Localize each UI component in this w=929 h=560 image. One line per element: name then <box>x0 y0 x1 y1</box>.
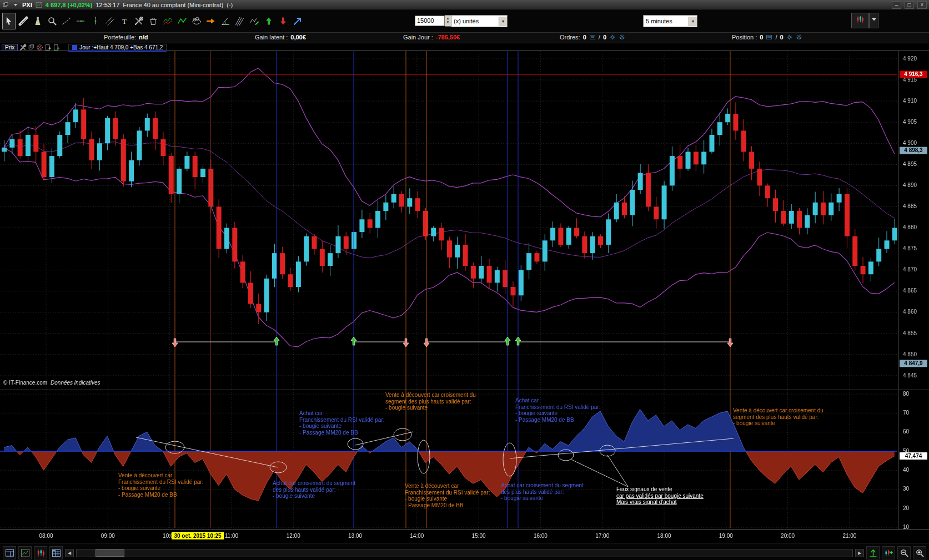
pattern-tool[interactable] <box>248 13 261 29</box>
chart-style-group <box>851 15 878 26</box>
zoom-tool[interactable] <box>46 13 59 29</box>
scroll-right-button[interactable]: ▶ <box>855 549 864 557</box>
day-stats-label: Jour :+Haut 4 709,0 +Bas 4 671,2 <box>79 44 163 51</box>
caret-down-icon: ▼ <box>689 17 697 26</box>
scrollbar-thumb[interactable] <box>96 549 124 557</box>
fit-chart-icon[interactable] <box>866 546 880 559</box>
duplicate-panel-icon[interactable] <box>28 44 35 51</box>
chart-style-caret[interactable] <box>869 13 878 28</box>
zoom-out-icon[interactable] <box>897 546 911 559</box>
delete-tool[interactable] <box>147 13 160 29</box>
latent-gain-info: Gain latent :0,00€ <box>255 34 306 41</box>
quantity-input[interactable] <box>415 16 445 26</box>
window-menu-caret[interactable] <box>12 2 19 8</box>
strategy-annotation: Achat carFranchissement du RSI validé pa… <box>515 397 600 423</box>
settings-tool[interactable] <box>132 13 145 29</box>
text-tool[interactable]: T <box>118 13 131 29</box>
strategy-annotation: Achat car croisement du segmentdes plus … <box>501 482 584 502</box>
angle-tool[interactable] <box>219 13 232 29</box>
chart-list-icon[interactable] <box>18 546 32 559</box>
channel-tool[interactable] <box>103 13 117 29</box>
quantity-group: ▲▼ <box>415 15 451 26</box>
timeframe-select-value: 5 minutes <box>646 18 672 24</box>
scroll-left-button[interactable]: ◀ <box>65 549 74 557</box>
close-panel-icon[interactable] <box>36 44 43 51</box>
sell-arrow-tool[interactable] <box>277 13 290 29</box>
app-icon <box>2 2 9 8</box>
close-button[interactable]: × <box>917 1 927 9</box>
price-panel-label[interactable]: Prix <box>2 44 18 51</box>
drawing-toolbar: T ▲▼ (x) unités ▼ 5 minutes ▼ <box>0 10 929 33</box>
chart-style-button[interactable] <box>851 13 869 28</box>
svg-text:T: T <box>122 17 127 26</box>
unit-select[interactable]: (x) unités ▼ <box>451 15 508 27</box>
day-stats-tab[interactable]: Jour :+Haut 4 709,0 +Bas 4 671,2 <box>68 44 167 52</box>
minimize-button[interactable]: – <box>892 1 901 9</box>
forward-tool[interactable] <box>204 13 218 29</box>
portfolio-info: Portefeuille:n/d <box>104 34 148 41</box>
clock-label: 12:53:17 <box>96 2 119 8</box>
chart-canvas[interactable] <box>0 43 929 543</box>
maximize-button[interactable]: □ <box>905 1 914 9</box>
draw-arrow-tool[interactable] <box>291 13 304 29</box>
strategy-annotation: Achat car croisement du segmentdes plus … <box>273 480 355 500</box>
position-settings2-icon[interactable] <box>796 34 802 41</box>
add-bars-icon[interactable] <box>882 546 895 559</box>
ruler-tool[interactable] <box>17 13 30 29</box>
segment-tool[interactable] <box>60 13 73 29</box>
strategy-annotation: Achat carFranchissement du RSI validé pa… <box>299 410 384 436</box>
zigzag-tool[interactable] <box>175 13 189 29</box>
highlight-tool[interactable] <box>31 13 44 29</box>
symbol-label: PXI <box>22 2 32 8</box>
buy-arrow-tool[interactable] <box>262 13 275 29</box>
vertical-line-tool[interactable] <box>89 13 102 29</box>
caret-down-icon: ▼ <box>499 17 507 26</box>
chart-region: Prix Jour :+Haut 4 709,0 +Bas 4 671,2 © … <box>0 43 929 543</box>
chart-scrollbar[interactable] <box>76 549 853 557</box>
strategy-annotation: Vente à découvert car croisement dusegme… <box>385 392 476 411</box>
bottom-toolbar: ◀ ▶ <box>0 543 929 560</box>
position-settings-icon[interactable] <box>786 34 793 41</box>
position-list-icon[interactable] <box>766 34 772 41</box>
cursor-tool[interactable] <box>2 13 16 29</box>
new-page-icon[interactable] <box>44 44 52 51</box>
price-panel-header: Prix Jour :+Haut 4 709,0 +Bas 4 671,2 <box>2 44 167 51</box>
horizontal-line-tool[interactable] <box>74 13 88 29</box>
orders-settings-icon[interactable] <box>609 34 616 41</box>
strategy-annotation: Vente à découvert carFranchissement du R… <box>405 483 490 508</box>
timeframe-select[interactable]: 5 minutes ▼ <box>643 15 697 27</box>
chart-mini-icon <box>72 45 77 50</box>
instrument-state: (-) <box>227 2 233 8</box>
workspace-icon[interactable] <box>3 546 16 559</box>
window-titlebar: PXI 4 697,8 (+0,02%) 12:53:17 France 40 … <box>0 0 929 10</box>
add-page-icon[interactable] <box>53 44 60 51</box>
account-infobar: Portefeuille:n/d Gain latent :0,00€ Gain… <box>0 33 929 43</box>
zoom-in-icon[interactable] <box>913 546 926 559</box>
strategy-annotation: Faux signaux de ventecar pas validés par… <box>616 486 704 506</box>
unit-select-value: (x) unités <box>454 18 479 24</box>
trendlines-tool[interactable] <box>233 13 247 29</box>
freehand-tool[interactable] <box>190 13 203 29</box>
orders-settings2-icon[interactable] <box>619 34 625 41</box>
instrument-icon <box>36 2 42 8</box>
orders-info: Ordres:0 /0 <box>560 34 625 41</box>
instrument-label: France 40 au comptant (Mini-contrat) <box>123 2 223 8</box>
wrench-icon[interactable] <box>19 44 27 51</box>
copyright: © IT-Finance.comDonnées indicatives <box>3 380 101 386</box>
candle-chart-icon[interactable] <box>34 546 47 559</box>
strategy-annotation: Vente à découvert carFranchissement du R… <box>118 472 203 498</box>
last-price-label: 4 697,8 (+0,02%) <box>46 2 93 8</box>
position-info: Position :0 /0 <box>732 34 802 41</box>
quote-table-icon[interactable] <box>49 546 63 559</box>
indicators-tool[interactable] <box>161 13 174 29</box>
orders-list-icon[interactable] <box>589 34 596 41</box>
day-gain-info: Gain Jour :-785,50€ <box>403 34 460 41</box>
strategy-annotation: Vente à découvert car croisement dusegme… <box>733 407 823 427</box>
